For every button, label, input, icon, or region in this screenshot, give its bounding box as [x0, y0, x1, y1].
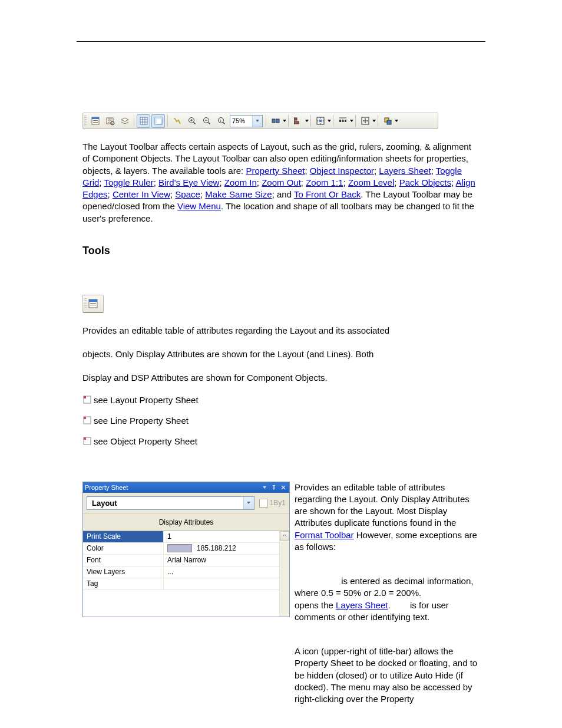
link-zoom-level[interactable]: Zoom Level: [348, 177, 394, 187]
text: Provides an editable table of attributes…: [82, 325, 480, 337]
text: ; and: [272, 189, 294, 199]
cell-key: Font: [83, 555, 163, 566]
svg-rect-6: [140, 117, 147, 124]
link-pack-objects[interactable]: Pack Objects: [399, 177, 451, 187]
cell-key: Tag: [83, 578, 163, 589]
divider-top: [77, 41, 485, 42]
svg-rect-14: [272, 119, 275, 123]
make-same-size-icon[interactable]: [358, 114, 372, 128]
dropdown-arrow-icon[interactable]: [283, 120, 286, 122]
birds-eye-view-icon[interactable]: [170, 114, 184, 128]
svg-rect-16: [295, 118, 297, 120]
svg-rect-26: [387, 120, 391, 124]
1by1-checkbox[interactable]: [259, 499, 268, 508]
dropdown-arrow-icon[interactable]: [252, 116, 262, 127]
link-center-in-view[interactable]: Center In View: [113, 189, 170, 199]
cell-value[interactable]: [163, 578, 289, 589]
property-sheet-titlebar[interactable]: Property Sheet: [83, 482, 289, 493]
layers-sheet-icon[interactable]: [118, 114, 131, 128]
text: see Layout Property Sheet: [94, 395, 199, 405]
svg-rect-23: [345, 120, 346, 122]
text: see Line Property Sheet: [94, 416, 189, 426]
space-icon[interactable]: [336, 114, 349, 128]
text: objects. Only Display Attributes are sho…: [82, 348, 480, 360]
link-to-front-or-back[interactable]: To Front Or Back: [294, 189, 361, 199]
dropdown-arrow-icon[interactable]: [350, 120, 353, 122]
text: Provides an editable table of attributes…: [295, 482, 470, 528]
dropdown-arrow-icon[interactable]: [243, 497, 254, 509]
link-format-toolbar[interactable]: Format Toolbar: [295, 530, 354, 540]
scrollbar[interactable]: [279, 531, 289, 617]
table-row[interactable]: Color 185.188.212: [83, 543, 289, 555]
svg-rect-29: [90, 303, 96, 304]
svg-rect-20: [319, 120, 322, 122]
cell-value[interactable]: Arial Narrow: [163, 555, 289, 566]
to-front-or-back-icon[interactable]: [381, 114, 394, 128]
svg-rect-22: [342, 120, 343, 122]
link-space[interactable]: Space: [175, 189, 200, 199]
display-attributes-tab[interactable]: Display Attributes: [83, 514, 289, 531]
link-zoom-out[interactable]: Zoom Out: [262, 177, 301, 187]
svg-rect-15: [276, 119, 279, 123]
topic-icon: [82, 436, 93, 446]
link-property-sheet[interactable]: Property Sheet: [246, 166, 305, 176]
tools-heading: Tools: [82, 245, 480, 257]
list-item: see Layout Property Sheet: [82, 395, 480, 405]
toolbar-grip[interactable]: [84, 116, 87, 126]
pin-icon[interactable]: [270, 483, 278, 492]
cell-key: View Layers: [83, 566, 163, 578]
svg-rect-21: [339, 120, 341, 122]
cell-value[interactable]: 185.188.212: [163, 543, 289, 554]
toggle-ruler-icon[interactable]: [151, 114, 165, 128]
zoom-in-icon[interactable]: [185, 114, 199, 128]
toggle-grid-icon[interactable]: [137, 114, 150, 128]
dropdown-arrow-icon[interactable]: [305, 120, 309, 122]
zoom-1-1-icon[interactable]: 1: [214, 114, 228, 128]
text: Display and DSP Attributes are shown for…: [82, 372, 480, 384]
svg-rect-1: [92, 117, 99, 119]
link-toggle-ruler[interactable]: Toggle Ruler: [104, 177, 153, 187]
cell-value[interactable]: ...: [163, 566, 289, 578]
pack-objects-icon[interactable]: [269, 114, 282, 128]
dropdown-arrow-icon[interactable]: [395, 120, 398, 122]
dropdown-arrow-icon[interactable]: [372, 120, 376, 122]
object-selector-combo[interactable]: Layout: [87, 496, 254, 510]
text: A icon (upper-right of title-bar) allows…: [295, 645, 480, 705]
zoom-out-icon[interactable]: [200, 114, 213, 128]
topic-icon: [82, 395, 93, 404]
svg-rect-30: [90, 305, 96, 305]
text: is entered as decimal information, where…: [295, 576, 476, 598]
text: see Object Property Sheet: [94, 436, 197, 446]
table-row[interactable]: Tag: [83, 578, 289, 590]
object-inspector-icon[interactable]: [103, 114, 117, 128]
cell-value[interactable]: 1: [163, 531, 289, 542]
link-object-inspector[interactable]: Object Inspector: [310, 166, 374, 176]
checkbox-label: 1By1: [270, 499, 286, 507]
link-zoom-in[interactable]: Zoom In: [224, 177, 257, 187]
table-row[interactable]: View Layers ...: [83, 566, 289, 578]
dropdown-arrow-icon[interactable]: [328, 120, 331, 122]
property-grid: Print Scale 1 Color 185.188.212 Font Ari…: [83, 531, 289, 617]
svg-rect-37: [273, 485, 275, 486]
center-in-view-icon[interactable]: [313, 114, 327, 128]
link-zoom-1-1[interactable]: Zoom 1:1: [306, 177, 343, 187]
align-edges-icon[interactable]: [291, 114, 305, 128]
link-birds-eye-view[interactable]: Bird's Eye View: [158, 177, 219, 187]
link-layers-sheet-2[interactable]: Layers Sheet: [336, 600, 388, 610]
close-icon[interactable]: [279, 483, 287, 492]
zoom-level-combo[interactable]: 75%: [230, 115, 263, 127]
text: 185.188.212: [197, 544, 236, 552]
menu-arrow-icon[interactable]: [260, 483, 269, 492]
text: opens the: [295, 600, 336, 610]
combo-value: Layout: [87, 499, 243, 508]
table-row[interactable]: Print Scale 1: [83, 531, 289, 543]
property-sheet-icon[interactable]: [88, 114, 102, 128]
intro-paragraph: The Layout Toolbar affects certain aspec…: [82, 141, 480, 225]
link-view-menu[interactable]: View Menu: [177, 201, 221, 211]
scroll-up-icon[interactable]: [280, 531, 289, 541]
title-text: Property Sheet: [85, 484, 259, 491]
link-layers-sheet[interactable]: Layers Sheet: [379, 166, 431, 176]
table-row[interactable]: Font Arial Narrow: [83, 555, 289, 566]
property-sheet-window: Property Sheet Layout 1By1 Display Attri…: [82, 482, 290, 617]
link-make-same-size[interactable]: Make Same Size: [205, 189, 272, 199]
